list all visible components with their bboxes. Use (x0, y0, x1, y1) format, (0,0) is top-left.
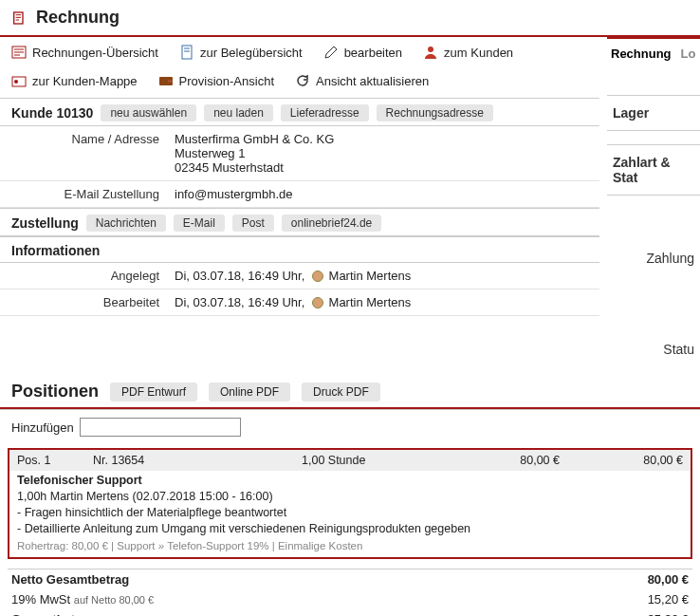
druck-pdf-button[interactable]: Druck PDF (302, 383, 380, 401)
svg-rect-0 (14, 12, 23, 24)
label: zur Kunden-Mappe (32, 74, 138, 88)
invoices-overview-button[interactable]: Rechnungen-Übersicht (11, 45, 158, 60)
value-email: info@mustergmbh.de (171, 181, 599, 207)
pos-total: 80,00 € (598, 454, 683, 467)
value-bearbeitet: Di, 03.07.18, 16:49 Uhr, Martin Mertens (171, 289, 599, 315)
row-name-address: Name / Adresse Musterfirma GmbH & Co. KG… (0, 126, 599, 181)
value-name-address: Musterfirma GmbH & Co. KG Musterweg 1 02… (171, 126, 599, 180)
label-angelegt: Angelegt (0, 263, 171, 289)
label: bearbeiten (344, 46, 402, 60)
customer-folder-button[interactable]: zur Kunden-Mappe (11, 73, 138, 88)
person-icon (423, 45, 438, 60)
svg-rect-7 (168, 80, 173, 83)
edit-button[interactable]: bearbeiten (323, 45, 402, 60)
value: 15,20 € (603, 592, 689, 607)
wallet-icon (158, 73, 174, 88)
position-item[interactable]: Pos. 1 Nr. 13654 1,00 Stunde 80,00 € 80,… (8, 448, 692, 559)
pos-line2: - Fragen hinsichtlich der Materialpflege… (17, 505, 683, 521)
side-tabs: Rechnung Lo (607, 39, 700, 68)
invoice-icon (11, 10, 27, 26)
total-gesamt: Gesamtbetrag 95,20 € (8, 609, 692, 616)
chip-neu-laden[interactable]: neu laden (204, 104, 273, 121)
value: 95,20 € (603, 612, 689, 616)
customer-street: Musterweg 1 (175, 146, 596, 160)
pdf-entwurf-button[interactable]: PDF Entwurf (110, 383, 197, 401)
side-status[interactable]: Statu (607, 332, 700, 366)
label: zur Belegübersicht (200, 46, 303, 60)
totals: Netto Gesamtbetrag 80,00 € 19% MwSt auf … (8, 569, 692, 616)
page-title-text: Rechnung (36, 8, 120, 28)
beleg-overview-button[interactable]: zur Belegübersicht (179, 45, 303, 60)
label: Provision-Ansicht (179, 74, 274, 88)
info-header-label: Informationen (11, 243, 100, 258)
pos-title: Telefonischer Support (17, 473, 683, 489)
svg-rect-2 (182, 46, 192, 59)
label: 19% MwSt auf Netto 80,00 € (11, 592, 603, 607)
pencil-icon (323, 45, 339, 60)
side-zahlung[interactable]: Zahlung (607, 241, 700, 275)
positions-title: Positionen (11, 382, 99, 401)
angelegt-by: Martin Mertens (329, 269, 412, 283)
refresh-button[interactable]: Ansicht aktualisieren (295, 73, 429, 88)
document-icon (179, 45, 194, 60)
bearb-date: Di, 03.07.18, 16:49 Uhr, (175, 295, 304, 309)
position-body: Telefonischer Support 1,00h Martin Merte… (9, 471, 691, 557)
total-mwst: 19% MwSt auf Netto 80,00 € 15,20 € (8, 589, 692, 609)
pos-nr: Nr. 13654 (93, 454, 302, 467)
label: Gesamtbetrag (11, 612, 603, 616)
side-lager[interactable]: Lager (607, 95, 700, 131)
chip-lieferadresse[interactable]: Lieferadresse (281, 104, 369, 121)
online-pdf-button[interactable]: Online PDF (209, 383, 290, 401)
pos-meta: Rohertrag: 80,00 € | Support » Telefon-S… (17, 539, 683, 554)
pos-line1: 1,00h Martin Mertens (02.07.2018 15:00 -… (17, 489, 683, 505)
label-email: E-Mail Zustellung (0, 181, 171, 207)
chip-email[interactable]: E-Mail (174, 215, 225, 232)
customer-name: Musterfirma GmbH & Co. KG (175, 132, 596, 146)
info-header: Informationen (0, 236, 599, 263)
total-netto: Netto Gesamtbetrag 80,00 € (8, 569, 692, 589)
avatar-icon (312, 297, 323, 308)
chip-nachrichten[interactable]: Nachrichten (86, 215, 166, 232)
toolbar: Rechnungen-Übersicht zur Belegübersicht … (0, 37, 599, 98)
customer-header-label: Kunde 10130 (11, 105, 93, 121)
pos-number: Pos. 1 (17, 454, 93, 467)
value-angelegt: Di, 03.07.18, 16:49 Uhr, Martin Mertens (171, 263, 599, 289)
value: 80,00 € (603, 572, 689, 587)
chip-neu-auswaehlen[interactable]: neu auswählen (101, 104, 196, 121)
pos-price: 80,00 € (453, 454, 598, 467)
list-icon (11, 45, 27, 60)
angelegt-date: Di, 03.07.18, 16:49 Uhr, (175, 269, 304, 283)
customer-city: 02345 Musterhstadt (175, 160, 596, 175)
add-label: Hinzufügen (11, 420, 74, 435)
side-zahlart[interactable]: Zahlart & Stat (607, 144, 700, 196)
avatar-icon (312, 271, 323, 282)
bearb-by: Martin Mertens (329, 295, 412, 309)
positions-header: Positionen PDF Entwurf Online PDF Druck … (0, 366, 700, 407)
delivery-header: Zustellung Nachrichten E-Mail Post onlin… (0, 208, 599, 236)
refresh-icon (295, 73, 310, 88)
page-title: Rechnung (0, 0, 700, 35)
delivery-header-label: Zustellung (11, 215, 79, 231)
position-summary: Pos. 1 Nr. 13654 1,00 Stunde 80,00 € 80,… (9, 450, 691, 471)
row-angelegt: Angelegt Di, 03.07.18, 16:49 Uhr, Martin… (0, 263, 599, 289)
provision-view-button[interactable]: Provision-Ansicht (158, 73, 274, 88)
label: zum Kunden (444, 46, 513, 60)
add-row: Hinzufügen (0, 409, 700, 444)
tab-rechnung[interactable]: Rechnung (611, 47, 672, 61)
row-bearbeitet: Bearbeitet Di, 03.07.18, 16:49 Uhr, Mart… (0, 289, 599, 316)
label: Rechnungen-Übersicht (32, 46, 158, 60)
label-name-address: Name / Adresse (0, 126, 171, 180)
tab-log[interactable]: Lo (681, 47, 696, 61)
label-bearbeitet: Bearbeitet (0, 289, 171, 315)
chip-rechnungsadresse[interactable]: Rechnungsadresse (377, 104, 493, 121)
chip-post[interactable]: Post (232, 215, 274, 232)
pos-line3: - Detaillierte Anleitung zum Umgang mit … (17, 521, 683, 537)
label: Netto Gesamtbetrag (11, 572, 603, 587)
to-customer-button[interactable]: zum Kunden (423, 45, 513, 60)
add-input[interactable] (80, 418, 241, 437)
customer-header: Kunde 10130 neu auswählen neu laden Lief… (0, 98, 599, 126)
pos-qty: 1,00 Stunde (302, 454, 453, 467)
svg-point-3 (428, 47, 433, 52)
chip-onlinebrief[interactable]: onlinebrief24.de (282, 215, 381, 232)
row-email: E-Mail Zustellung info@mustergmbh.de (0, 181, 599, 208)
